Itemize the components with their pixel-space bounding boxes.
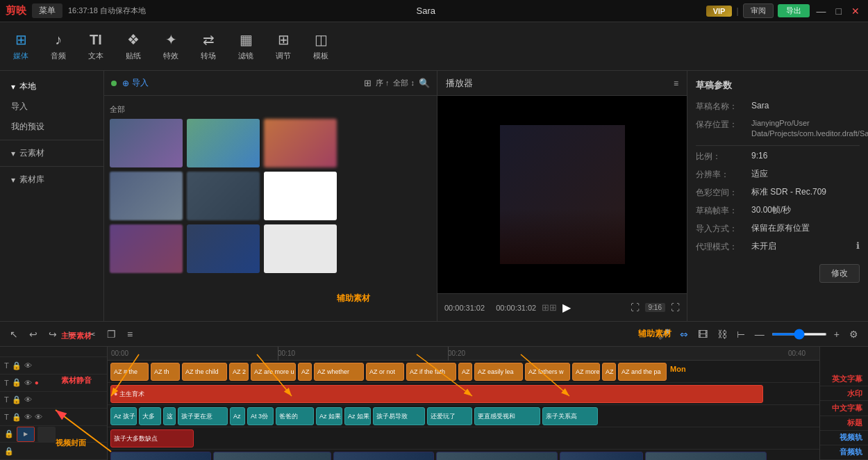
menu-button[interactable]: 菜单 xyxy=(32,3,62,18)
tool-template[interactable]: ◫ 模板 xyxy=(308,31,333,61)
tool-adjust[interactable]: ⊞ 调节 xyxy=(271,31,296,61)
media-thumb-1[interactable] xyxy=(110,119,183,167)
media-thumb-2[interactable] xyxy=(187,119,260,167)
clip-fathers[interactable]: AZ fathers w xyxy=(525,363,570,381)
search-button[interactable]: 🔍 xyxy=(419,78,430,88)
tl-redo-btn[interactable]: ↪ xyxy=(46,327,60,341)
tl-settings-btn[interactable]: ⚙ xyxy=(846,327,861,341)
tool-effects[interactable]: ✦ 特效 xyxy=(158,31,183,61)
player-screen[interactable] xyxy=(437,96,687,293)
clip-zh-8[interactable]: Az 如果 xyxy=(316,407,342,425)
tl-right-btns: 🎤 ⇔ 🎞 ⛓ ⊢ — + ⚙ xyxy=(656,327,861,341)
clip-or-not[interactable]: AZ or not xyxy=(366,363,404,381)
clip-and-pa[interactable]: AZ and the pa xyxy=(618,363,667,381)
clip-zh-6[interactable]: At 3份 xyxy=(247,407,274,425)
tool-sticker[interactable]: ❖ 贴纸 xyxy=(121,31,146,61)
clip-zh-7[interactable]: 爸爸的 xyxy=(276,407,314,425)
play-button[interactable]: ▶ xyxy=(562,301,571,314)
clip-zh-4[interactable]: 孩子更在意 xyxy=(178,407,228,425)
clip-main-bar[interactable]: ● 主生育术 xyxy=(110,385,763,403)
clip-more[interactable]: AZ are more u xyxy=(251,363,296,381)
clip-vid-2[interactable]: CMS Lower Elementary - A Day in the Life… xyxy=(213,452,331,460)
tl-split2-btn[interactable]: ⊢ xyxy=(734,327,748,341)
clip-mute-1[interactable]: 孩子大多数缺点 xyxy=(110,429,194,447)
modify-button[interactable]: 修改 xyxy=(819,264,860,283)
clip-zh-1[interactable]: Az 孩子 xyxy=(110,407,137,425)
clip-2[interactable]: AZ 2 xyxy=(229,363,249,381)
prop-ratio-value: 9:16 xyxy=(751,150,860,162)
tl-menu-btn[interactable]: ≡ xyxy=(124,327,135,341)
media-thumb-3[interactable] xyxy=(264,119,337,167)
vip-button[interactable]: VIP xyxy=(706,6,733,17)
media-thumb-5[interactable] xyxy=(187,172,260,220)
sort-button[interactable]: 序 ↑ xyxy=(376,78,390,88)
media-thumb-9[interactable] xyxy=(264,224,337,273)
clip-whether[interactable]: AZ whether xyxy=(314,363,364,381)
media-thumb-6[interactable] xyxy=(264,172,337,220)
clip-zh-11[interactable]: 还爱玩了 xyxy=(427,407,472,425)
fullscreen-button[interactable]: ⛶ xyxy=(671,302,680,313)
tl-copy-btn[interactable]: ❐ xyxy=(104,327,119,341)
prop-fps: 草稿帧率： 30.00帧/秒 xyxy=(696,204,860,217)
grid-view-button[interactable]: ⊞ xyxy=(364,78,372,88)
clip-az2[interactable]: AZ xyxy=(458,363,472,381)
clip-az-th[interactable]: AZ th xyxy=(151,363,180,381)
clip-zh-10[interactable]: 孩子易导致 xyxy=(373,407,425,425)
tool-filter[interactable]: ▦ 滤镜 xyxy=(233,31,258,61)
clip-if-father[interactable]: AZ if the fath xyxy=(406,363,456,381)
clip-zh-12[interactable]: 更直感受视和 xyxy=(474,407,540,425)
nav-cloud[interactable]: ▾ 云素材 xyxy=(0,143,103,163)
clip-easily[interactable]: AZ easily lea xyxy=(474,363,523,381)
nav-import[interactable]: 导入 xyxy=(0,97,103,117)
tl-split-btn[interactable]: ⊢ xyxy=(65,327,79,341)
clip-the-child[interactable]: AZ the child xyxy=(182,363,227,381)
tl-link-btn[interactable]: ⇔ xyxy=(677,327,691,341)
tl-cut-btn[interactable]: ✂ xyxy=(85,327,99,341)
logo: 剪映 xyxy=(6,4,26,17)
media-thumb-4[interactable] xyxy=(110,172,183,220)
clip-more2[interactable]: AZ more xyxy=(572,363,600,381)
mon-label: Mon xyxy=(670,365,686,373)
clip-vid-5[interactable]: Sara Seager- xyxy=(560,452,643,460)
timeline-tracks[interactable]: 00:00 00:10 00:20 00:40 AZ # the AZ th A… xyxy=(108,347,819,460)
zoom-slider[interactable] xyxy=(771,333,827,336)
tl-plus-btn[interactable]: + xyxy=(831,327,842,341)
fit-screen-button[interactable]: ⛶ xyxy=(631,302,640,313)
video-cover-thumb: ▶ xyxy=(17,427,35,442)
clip-vid-1[interactable]: Sara Seager- Sea xyxy=(110,452,211,460)
clip-vid-3[interactable]: Sara Seager- Search for Pla xyxy=(333,452,434,460)
clip-zh-2[interactable]: 大多 xyxy=(139,407,161,425)
maximize-button[interactable]: □ xyxy=(833,6,844,17)
clip-az1[interactable]: AZ xyxy=(298,363,312,381)
clip-az3[interactable]: AZ xyxy=(602,363,616,381)
tl-chain-btn[interactable]: ⛓ xyxy=(715,327,730,341)
import-button[interactable]: ⊕ 导入 xyxy=(122,77,149,89)
nav-preset[interactable]: 我的预设 xyxy=(0,117,103,137)
tool-text[interactable]: TI 文本 xyxy=(83,32,108,61)
export-button[interactable]: 导出 xyxy=(778,4,810,17)
all-filter-button[interactable]: 全部 ↕ xyxy=(393,78,415,88)
clip-zh-5[interactable]: Az xyxy=(230,407,245,425)
adjust-icon: ⊞ xyxy=(278,31,290,48)
tl-pointer-btn[interactable]: ↖ xyxy=(7,327,21,341)
media-thumb-8[interactable] xyxy=(187,224,260,273)
tool-audio[interactable]: ♪ 音频 xyxy=(46,32,71,61)
minimize-button[interactable]: — xyxy=(814,6,829,17)
tool-media[interactable]: ⊞ 媒体 xyxy=(8,31,33,61)
review-button[interactable]: 审阅 xyxy=(743,3,774,18)
tl-minus-btn[interactable]: — xyxy=(752,327,767,341)
clip-vid-6[interactable]: CMS Lower Elementary - A Day xyxy=(645,452,767,460)
tool-transition[interactable]: ⇄ 转场 xyxy=(196,31,221,61)
clip-zh-13[interactable]: 亲子关系高 xyxy=(542,407,598,425)
clip-the[interactable]: AZ # the xyxy=(110,363,149,381)
clip-zh-9[interactable]: Az 如果 xyxy=(344,407,371,425)
tl-undo-btn[interactable]: ↩ xyxy=(26,327,40,341)
nav-library[interactable]: ▾ 素材库 xyxy=(0,170,103,190)
media-thumb-7[interactable] xyxy=(110,224,183,273)
tl-film-btn[interactable]: 🎞 xyxy=(695,327,710,341)
player-title: 播放器 xyxy=(446,77,674,90)
clip-zh-3[interactable]: 这 xyxy=(163,407,176,425)
close-button[interactable]: ✕ xyxy=(849,6,862,17)
clip-vid-4[interactable]: CMS Lower Elementary - A Day in the Lif xyxy=(436,452,558,460)
nav-local[interactable]: ▾ 本地 xyxy=(0,76,103,97)
